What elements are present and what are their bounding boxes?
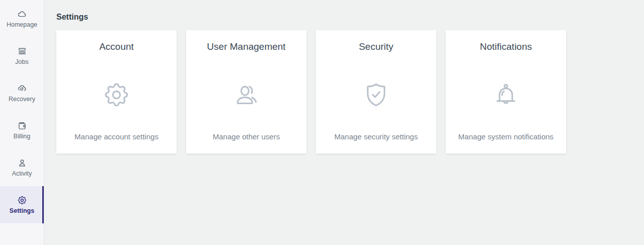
settings-card-notifications[interactable]: Notifications Manage system notification… <box>446 30 566 153</box>
gear-icon <box>17 195 27 205</box>
sidebar-item-homepage[interactable]: Homepage <box>0 0 44 37</box>
card-title: Security <box>359 41 393 53</box>
sidebar-item-label: Billing <box>14 133 30 140</box>
sidebar-item-jobs[interactable]: Jobs <box>0 37 44 74</box>
sidebar-item-settings[interactable]: Settings <box>0 186 44 223</box>
wallet-icon <box>17 121 27 131</box>
cloud-icon <box>17 9 27 19</box>
sidebar: Homepage Jobs Recovery <box>0 0 44 245</box>
sidebar-item-label: Jobs <box>15 59 28 65</box>
card-description: Manage account settings <box>74 132 158 141</box>
shield-check-icon <box>362 80 390 109</box>
card-title: Notifications <box>480 41 532 53</box>
main-content: Settings Account Manage account settings… <box>44 0 644 245</box>
sidebar-item-label: Settings <box>10 208 34 214</box>
cloud-restore-icon <box>17 84 27 94</box>
sidebar-item-label: Homepage <box>7 22 37 28</box>
sidebar-item-label: Activity <box>12 171 32 177</box>
page-title: Settings <box>56 13 632 22</box>
card-title: User Management <box>207 41 285 53</box>
settings-cards: Account Manage account settings User Man… <box>56 30 632 153</box>
list-icon <box>17 46 27 56</box>
card-description: Manage system notifications <box>458 132 553 141</box>
settings-card-security[interactable]: Security Manage security settings <box>316 30 436 153</box>
settings-card-user-management[interactable]: User Management Manage other users <box>186 30 306 153</box>
users-icon <box>232 80 261 109</box>
card-description: Manage security settings <box>335 132 418 141</box>
gear-icon <box>102 80 131 109</box>
sidebar-item-billing[interactable]: Billing <box>0 112 44 149</box>
card-title: Account <box>99 41 134 53</box>
bell-icon <box>492 80 520 109</box>
user-icon <box>17 158 27 168</box>
card-description: Manage other users <box>213 132 280 141</box>
sidebar-item-label: Recovery <box>9 96 35 103</box>
sidebar-item-recovery[interactable]: Recovery <box>0 74 44 112</box>
settings-card-account[interactable]: Account Manage account settings <box>56 30 177 153</box>
sidebar-item-activity[interactable]: Activity <box>0 149 44 186</box>
